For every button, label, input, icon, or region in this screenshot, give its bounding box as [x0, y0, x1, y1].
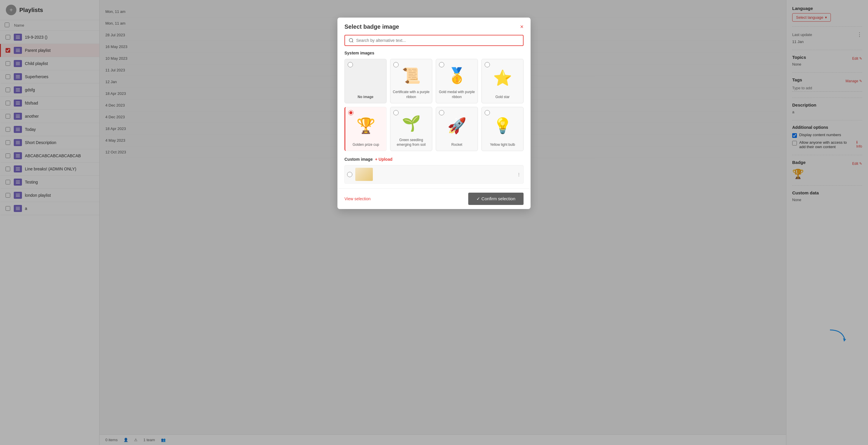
custom-image-thumbnail: [355, 168, 373, 181]
image-grid: No image 📜 Certificate with a purple rib…: [344, 59, 524, 151]
modal-footer: View selection ✓ Confirm selection: [337, 188, 531, 209]
medal-icon: 🥇: [447, 67, 466, 85]
star-icon: ⭐: [493, 69, 512, 87]
radio-no-image[interactable]: [348, 62, 353, 67]
image-card-rocket[interactable]: 🚀 Rocket: [436, 107, 478, 151]
search-input[interactable]: [356, 38, 520, 43]
modal-close-button[interactable]: ×: [520, 23, 524, 30]
image-card-medal[interactable]: 🥇 Gold medal with purple ribbon: [436, 59, 478, 103]
search-icon: [348, 38, 354, 43]
image-card-bulb[interactable]: 💡 Yellow light bulb: [482, 107, 524, 151]
seedling-label: Green seedling emerging from soil: [393, 138, 430, 148]
modal-overlay[interactable]: Select badge image × System images No im…: [0, 0, 868, 445]
trophy-label: Golden prize cup: [353, 142, 379, 147]
star-label: Gold star: [495, 94, 510, 99]
medal-label: Gold medal with purple ribbon: [438, 90, 475, 99]
upload-link[interactable]: + Upload: [375, 157, 393, 161]
radio-cert[interactable]: [393, 62, 399, 67]
custom-image-options[interactable]: ⋮: [517, 172, 521, 177]
svg-point-43: [349, 38, 353, 42]
radio-rocket[interactable]: [439, 110, 444, 115]
cert-label: Certificate with a purple ribbon: [393, 90, 430, 99]
image-card-seedling[interactable]: 🌱 Green seedling emerging from soil: [390, 107, 432, 151]
svg-line-44: [352, 41, 353, 42]
trophy-icon: 🏆: [356, 117, 375, 135]
view-selection-button[interactable]: View selection: [344, 197, 371, 201]
search-box: [344, 35, 524, 46]
custom-image-label: Custom image + Upload: [344, 157, 524, 161]
seedling-icon: 🌱: [402, 115, 421, 132]
select-badge-modal: Select badge image × System images No im…: [337, 18, 531, 209]
system-images-label: System images: [344, 51, 524, 55]
custom-image-section: Custom image + Upload ⋮: [344, 157, 524, 183]
no-image-label: No image: [358, 94, 373, 99]
radio-star[interactable]: [485, 62, 490, 67]
modal-body: System images No image 📜 Certificate wit…: [337, 51, 531, 188]
modal-header: Select badge image ×: [337, 18, 531, 35]
modal-title: Select badge image: [344, 23, 399, 30]
custom-image-item[interactable]: ⋮: [344, 165, 524, 183]
cert-icon: 📜: [402, 67, 421, 85]
bulb-label: Yellow light bulb: [490, 142, 515, 147]
radio-seedling[interactable]: [393, 110, 399, 115]
image-card-star[interactable]: ⭐ Gold star: [482, 59, 524, 103]
radio-custom[interactable]: [347, 172, 352, 177]
image-card-no-image[interactable]: No image: [344, 59, 386, 103]
modal-search: [337, 35, 531, 51]
confirm-selection-button[interactable]: ✓ Confirm selection: [468, 192, 524, 205]
radio-bulb[interactable]: [485, 110, 490, 115]
radio-medal[interactable]: [439, 62, 444, 67]
image-card-cert[interactable]: 📜 Certificate with a purple ribbon: [390, 59, 432, 103]
bulb-icon: 💡: [493, 117, 512, 135]
image-card-trophy[interactable]: 🏆 Golden prize cup: [344, 107, 386, 151]
radio-trophy[interactable]: [348, 110, 353, 115]
rocket-icon: 🚀: [447, 117, 466, 135]
rocket-label: Rocket: [451, 142, 462, 147]
